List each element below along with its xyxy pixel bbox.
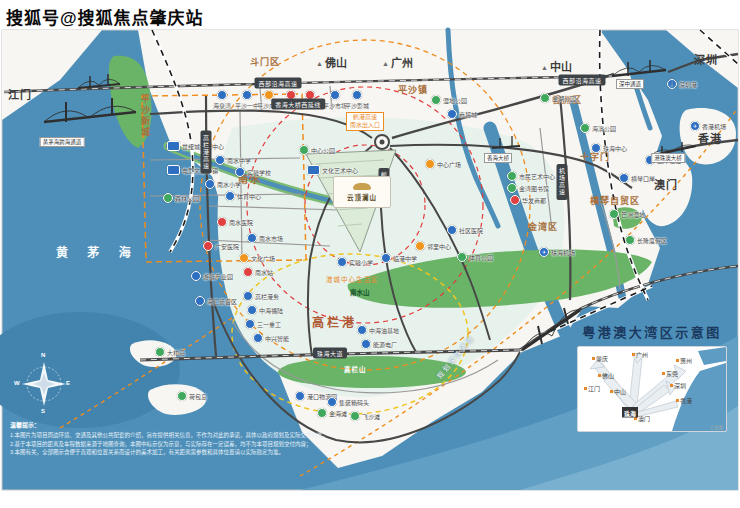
inset-city-label: 佛山 [598,371,614,380]
watermark: 搜狐号@搜狐焦点肇庆站 [6,4,204,29]
interchange-label: 鹤港高速 南水出入口 [346,112,384,131]
disclaimer-title: 温馨提示： [10,420,355,429]
map-page: 搜狐号@搜狐焦点肇庆站 [0,0,740,508]
disclaimer: 温馨提示： 1.本图片为项目周边环境、交通及其他公共配套的介绍，旨在提供相关信息… [10,420,355,457]
interchange-roundabout [375,135,389,149]
compass-e: E [66,380,70,386]
inset-city-label: 深圳 [670,381,686,390]
disclaimer-line: 1.本图片为项目周边环境、交通及其他公共配套的介绍，旨在提供相关信息，不作为对此… [10,431,355,440]
inset-city-marker-icon [676,399,679,402]
project-card: 云顶澜山 [333,176,391,208]
inset-city-name: 江门 [588,384,600,393]
gba-inset-note: 示意图 [710,424,724,430]
inset-city-name: 佛山 [602,371,614,380]
inset-city-label: 广州 [632,350,648,359]
inset-city-name: 中山 [614,387,626,396]
compass-s: S [41,408,45,414]
inset-city-name: 肇庆 [596,354,608,363]
disclaimer-line: 2.基于本项目的距离及车程数据来源于地图查询，本图中标示仅为示意，与实际存在一定… [10,440,355,449]
inset-city-marker-icon [610,390,613,393]
gba-inset-card: 示意图 肇庆广州惠州佛山东莞深圳中山江门香港澳门珠海 [577,346,727,432]
inset-city-name: 惠州 [680,356,692,365]
gba-inset-title: 粤港澳大湾区示意图 [570,322,734,341]
inset-city-marker-icon [632,353,635,356]
inset-city-name: 广州 [636,350,648,359]
inset-city-marker-icon [676,359,679,362]
inset-city-label: 香港 [676,396,692,405]
inset-city-marker-icon [670,384,673,387]
inset-city-marker-icon [584,387,587,390]
inset-city-label: 东莞 [662,369,678,378]
project-name: 云顶澜山 [347,192,377,202]
inset-city-label: 江门 [584,384,600,393]
compass-n: N [41,352,45,358]
inset-city-label: 中山 [610,387,626,396]
inset-city-name: 东莞 [666,369,678,378]
gba-inset: 粤港澳大湾区示意图 示意图 肇庆广州惠州佛山东莞深圳中山江门香港澳门珠海 [570,322,734,456]
inset-city-name: 深圳 [674,381,686,390]
compass-w: W [14,380,20,386]
inset-city-label: 肇庆 [592,354,608,363]
inset-city-marker-icon [598,374,601,377]
project-logo-icon [353,183,371,190]
inset-city-marker-icon [592,357,595,360]
interchange-label-line1: 鹤港高速 [350,114,380,122]
inset-city-label: 惠州 [676,356,692,365]
inset-city-marker-icon [662,372,665,375]
interchange-label-line2: 南水出入口 [350,122,380,130]
inset-home-label: 珠海 [622,409,638,418]
disclaimer-line: 3.本图有关，全部图示含便于直观和位置关系而设计的美术加工，有关距离需参数和具体… [10,448,355,457]
inset-city-name: 香港 [680,396,692,405]
inset-city-name: 澳门 [638,414,650,423]
